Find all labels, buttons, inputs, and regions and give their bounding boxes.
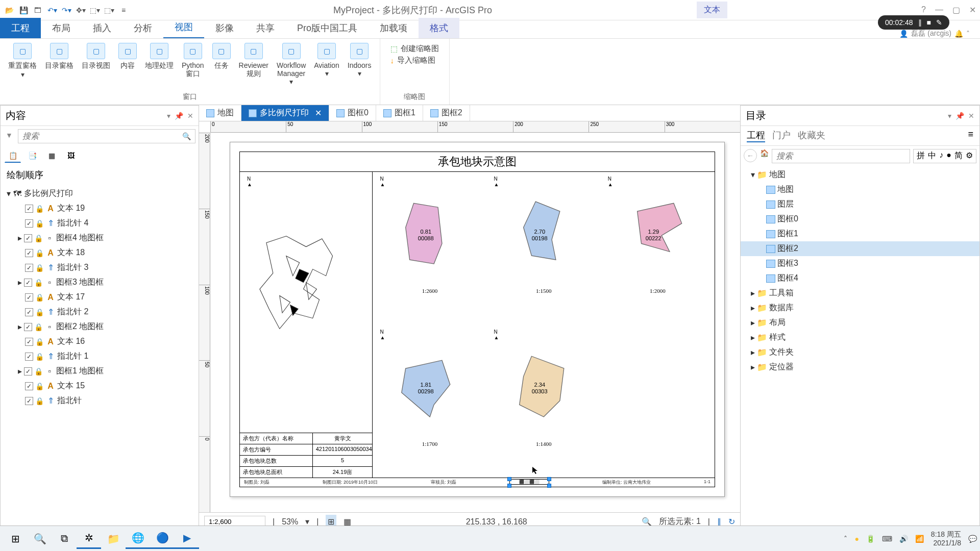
contents-search[interactable]: 🔍: [18, 129, 195, 143]
close-pane-icon[interactable]: ✕: [187, 112, 193, 120]
ribbon-button[interactable]: ▢目录视图: [79, 42, 113, 87]
map-frame[interactable]: N 0.8100088 1:2600: [373, 172, 486, 325]
toc-item[interactable]: ▸✓🔒▫图框3 地图框: [1, 275, 199, 290]
catalog-folder[interactable]: ▸📁数据库: [741, 300, 979, 315]
search-input[interactable]: [776, 152, 905, 161]
ribbon-button[interactable]: ▢重置窗格▾: [5, 42, 40, 87]
toc-item[interactable]: ✓🔒A文本 18: [1, 245, 199, 260]
checkbox[interactable]: ✓: [25, 205, 33, 213]
checkbox[interactable]: ✓: [25, 249, 33, 257]
dropdown-icon[interactable]: ▾: [948, 112, 951, 120]
catalog-item[interactable]: 图框4: [741, 271, 979, 286]
back-icon[interactable]: ←: [744, 149, 757, 162]
menu-icon[interactable]: ≡: [968, 129, 973, 142]
checkbox[interactable]: ✓: [24, 234, 32, 242]
checkbox[interactable]: ✓: [25, 219, 33, 228]
tray-chevron-icon[interactable]: ˄: [844, 535, 847, 543]
checkbox[interactable]: ✓: [25, 308, 33, 316]
ime-button[interactable]: ♪: [939, 151, 943, 162]
notifications-icon[interactable]: 💬: [968, 535, 977, 543]
user-info[interactable]: 👤 磊磊 (arcgis) 🔔 ˄: [899, 29, 980, 38]
pause-icon[interactable]: ∥: [918, 18, 922, 27]
tab-view[interactable]: 视图: [163, 17, 204, 38]
open-icon[interactable]: 📂: [4, 5, 14, 15]
print-icon[interactable]: 🗔: [33, 5, 43, 15]
pin-icon[interactable]: 📌: [955, 112, 964, 120]
toc-item[interactable]: ✓🔒A文本 19: [1, 201, 199, 216]
catalog-folder[interactable]: ▸📁样式: [741, 330, 979, 345]
toc-tab-element[interactable]: 🖼: [63, 148, 79, 163]
explore-icon[interactable]: ✥▾: [76, 5, 86, 15]
catalog-tab-favorites[interactable]: 收藏夹: [798, 129, 825, 142]
edit-icon[interactable]: ✎: [936, 18, 942, 27]
view-tab[interactable]: 多比例尺打印✕: [241, 105, 329, 121]
collapse-ribbon-icon[interactable]: ˄: [966, 30, 970, 38]
ribbon-button[interactable]: ▢目录窗格: [42, 42, 77, 87]
tray-battery-icon[interactable]: 🔋: [866, 535, 875, 543]
checkbox[interactable]: ✓: [25, 353, 33, 361]
ime-button[interactable]: ⚙: [966, 151, 973, 162]
tray-security-icon[interactable]: ●: [854, 535, 859, 543]
ribbon-button[interactable]: ▢Python窗口: [179, 42, 207, 87]
toc-item[interactable]: ✓🔒A文本 15: [1, 379, 199, 393]
map-frame[interactable]: N 2.3400303 1:1400: [487, 325, 601, 478]
catalog-item[interactable]: 图框1: [741, 227, 979, 241]
ribbon-button[interactable]: ▢WorkflowManager▾: [274, 42, 309, 87]
map-frame[interactable]: N 1.8100298 1:1700: [373, 325, 486, 478]
catalog-item[interactable]: 图框0: [741, 212, 979, 227]
minimize-icon[interactable]: —: [935, 5, 943, 15]
customize-icon[interactable]: ≡: [118, 5, 129, 15]
more-icon[interactable]: ⬚▾: [104, 5, 114, 15]
toc-tab-drawing-order[interactable]: 📋: [5, 148, 21, 163]
ribbon-button[interactable]: ▢Indoors▾: [345, 42, 375, 87]
ribbon-button[interactable]: ▢内容: [115, 42, 140, 87]
catalog-tab-project[interactable]: 工程: [747, 129, 765, 142]
ime-button[interactable]: 拼: [917, 151, 925, 162]
checkbox[interactable]: ✓: [24, 279, 32, 287]
catalog-item[interactable]: 图框3: [741, 256, 979, 271]
close-tab-icon[interactable]: ✕: [315, 108, 322, 118]
toc-tab-source[interactable]: 📑: [24, 148, 40, 163]
tray-volume-icon[interactable]: 🔊: [899, 535, 908, 543]
maximize-icon[interactable]: ▢: [952, 5, 960, 15]
checkbox[interactable]: ✓: [25, 397, 33, 405]
view-tab[interactable]: 图框0: [329, 105, 376, 121]
task-view-button[interactable]: ⧉: [52, 529, 77, 549]
view-tab[interactable]: 地图: [199, 105, 241, 121]
app-browser[interactable]: 🌐: [126, 529, 150, 549]
toc-item[interactable]: ✓🔒A文本 16: [1, 334, 199, 349]
ime-toolbar[interactable]: 拼中♪●简⚙: [913, 149, 976, 163]
tray-wifi-icon[interactable]: 📶: [915, 535, 924, 543]
map-frame[interactable]: N 1.2900222 1:2000: [601, 172, 715, 325]
tree-root[interactable]: ▾ 🗺 多比例尺打印: [1, 186, 199, 201]
notification-icon[interactable]: 🔔: [954, 30, 963, 38]
layout-page[interactable]: 承包地块示意图 N: [230, 142, 725, 497]
tab-format[interactable]: 格式: [419, 18, 459, 38]
catalog-folder[interactable]: ▸📁定位器: [741, 360, 979, 374]
checkbox[interactable]: ✓: [25, 382, 33, 390]
close-icon[interactable]: ✕: [969, 5, 976, 15]
layout-canvas[interactable]: 050100150200250300 200150100500 承包地块示意图 …: [199, 121, 740, 512]
view-tab[interactable]: 图框2: [423, 105, 470, 121]
filter-icon[interactable]: ▼: [4, 129, 15, 143]
stop-icon[interactable]: ■: [927, 18, 931, 27]
search-input[interactable]: [22, 132, 182, 141]
catalog-tab-portal[interactable]: 门户: [772, 129, 791, 142]
import-thumbnail-button[interactable]: ↓导入缩略图: [390, 56, 439, 65]
catalog-item[interactable]: 图框2: [741, 241, 979, 256]
tab-analysis[interactable]: 分析: [122, 18, 163, 38]
ime-button[interactable]: 中: [928, 151, 936, 162]
ime-button[interactable]: ●: [946, 151, 951, 162]
toc-tab-selection[interactable]: ▦: [43, 148, 60, 163]
tray-ime-icon[interactable]: ⌨: [882, 535, 892, 543]
app-arcgis[interactable]: 🔵: [150, 529, 175, 549]
map-frame[interactable]: N 2.7000198 1:1500: [487, 172, 601, 325]
checkbox[interactable]: ✓: [25, 264, 33, 272]
ribbon-button[interactable]: ▢地理处理: [142, 42, 177, 87]
tool-icon[interactable]: ⬚▾: [90, 5, 100, 15]
search-icon[interactable]: 🔍: [182, 132, 191, 140]
tab-share[interactable]: 共享: [245, 18, 286, 38]
tab-imagery[interactable]: 影像: [204, 18, 245, 38]
toc-item[interactable]: ✓🔒⇑指北针: [1, 393, 199, 408]
pin-icon[interactable]: 📌: [175, 112, 183, 120]
